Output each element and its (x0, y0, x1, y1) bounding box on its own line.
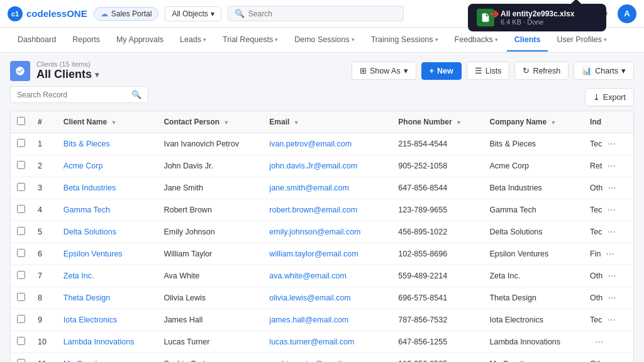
sort-icon: ▼ (456, 119, 462, 126)
row-actions-button[interactable]: ··· (592, 336, 606, 348)
row-client-name[interactable]: Theta Design (57, 287, 158, 309)
nav-item-my-approvals[interactable]: My Approvals (109, 29, 171, 52)
header-company-name[interactable]: Company Name ▼ (483, 111, 584, 133)
row-client-name[interactable]: Lambda Innovations (57, 331, 158, 353)
row-checkbox[interactable] (17, 359, 25, 362)
row-checkbox[interactable] (17, 139, 25, 147)
search-record-input[interactable] (17, 90, 128, 99)
row-company-name: Beta Industries (483, 177, 584, 199)
row-actions-button[interactable]: ··· (605, 270, 618, 282)
nav-item-training-sessions[interactable]: Training Sessions ▾ (364, 29, 446, 52)
row-client-name[interactable]: Acme Corp (57, 155, 158, 177)
lists-button[interactable]: ☰ Lists (467, 62, 510, 80)
nav-item-leads[interactable]: Leads ▾ (172, 29, 214, 52)
row-client-name[interactable]: Zeta Inc. (57, 265, 158, 287)
row-checkbox[interactable] (17, 271, 25, 279)
row-actions-button[interactable]: ··· (605, 138, 618, 150)
row-actions-button[interactable]: ··· (603, 248, 616, 260)
row-email[interactable]: ava.white@email.com (263, 265, 392, 287)
portal-badge[interactable]: ☁ Sales Portal (94, 7, 159, 21)
row-checkbox[interactable] (17, 205, 25, 213)
row-checkbox[interactable] (17, 293, 25, 301)
row-checkbox-cell[interactable] (11, 353, 31, 363)
header-phone-number[interactable]: Phone Number ▼ (392, 111, 483, 133)
nav-item-trial-requests[interactable]: Trial Requests ▾ (215, 29, 286, 52)
row-checkbox-cell[interactable] (11, 243, 31, 265)
row-email[interactable]: sophia.carter@email.com (263, 353, 392, 363)
nav-item-clients[interactable]: Clients (507, 29, 548, 52)
row-actions-button[interactable]: ··· (605, 226, 618, 238)
row-email[interactable]: emily.johnson@email.com (263, 221, 392, 243)
table-row: 11 Mu Creations Sophia Carter sophia.car… (11, 353, 633, 363)
row-phone: 647-856-1255 (392, 331, 483, 353)
row-checkbox-cell[interactable] (11, 309, 31, 331)
sort-icon: ▼ (111, 119, 117, 126)
row-email[interactable]: lucas.turner@email.com (263, 331, 392, 353)
row-checkbox-cell[interactable] (11, 265, 31, 287)
row-actions-button[interactable]: ··· (605, 292, 618, 304)
all-objects-button[interactable]: All Objects ▾ (165, 6, 221, 21)
header-client-name[interactable]: Client Name ▼ (57, 111, 158, 133)
header-email[interactable]: Email ▼ (263, 111, 392, 133)
new-button[interactable]: + New (421, 62, 462, 80)
row-client-name[interactable]: Delta Solutions (57, 221, 158, 243)
nav-item-dashboard[interactable]: Dashboard (10, 29, 64, 52)
row-checkbox-cell[interactable] (11, 155, 31, 177)
row-client-name[interactable]: Mu Creations (57, 353, 158, 363)
row-ind: Tec ··· (584, 133, 633, 155)
nav-item-reports[interactable]: Reports (65, 29, 108, 52)
show-as-button[interactable]: ⊞ Show As ▾ (352, 62, 416, 80)
table-row: 10 Lambda Innovations Lucas Turner lucas… (11, 331, 633, 353)
table-row: 3 Beta Industries Jane Smith jane.smith@… (11, 177, 633, 199)
row-email[interactable]: ivan.petrov@email.com (263, 133, 392, 155)
row-client-name[interactable]: Epsilon Ventures (57, 243, 158, 265)
row-actions-button[interactable]: ··· (605, 204, 618, 216)
row-email[interactable]: olivia.lewis@email.com (263, 287, 392, 309)
row-email[interactable]: william.taylor@email.com (263, 243, 392, 265)
nav-item-demo-sessions[interactable]: Demo Sessions ▾ (287, 29, 362, 52)
row-client-name[interactable]: Iota Electronics (57, 309, 158, 331)
row-email[interactable]: jane.smith@email.com (263, 177, 392, 199)
nav-label-training-sessions: Training Sessions (371, 35, 433, 44)
row-checkbox-cell[interactable] (11, 331, 31, 353)
row-checkbox[interactable] (17, 315, 25, 323)
search-record-bar[interactable]: 🔍 (10, 86, 148, 103)
row-checkbox-cell[interactable] (11, 221, 31, 243)
cloud-icon: ☁ (101, 9, 108, 18)
row-actions-button[interactable]: ··· (605, 314, 618, 326)
row-checkbox-cell[interactable] (11, 287, 31, 309)
global-search-input[interactable] (248, 9, 397, 18)
export-button[interactable]: ⤓ Export (585, 88, 634, 106)
row-email[interactable]: john.davis.Jr@email.com (263, 155, 392, 177)
file-info: All entity2e993c.xlsx 6.4 KB · Done (501, 9, 574, 26)
charts-button[interactable]: 📊 Charts ▾ (574, 62, 634, 80)
header-contact-person[interactable]: Contact Person ▼ (157, 111, 263, 133)
row-client-name[interactable]: Bits & Pieces (57, 133, 158, 155)
row-actions-button[interactable]: ··· (605, 182, 618, 194)
row-checkbox-cell[interactable] (11, 177, 31, 199)
nav-item-feedbacks[interactable]: Feedbacks ▾ (447, 29, 506, 52)
search-icon: 🔍 (235, 9, 245, 18)
row-email[interactable]: robert.brown@email.com (263, 199, 392, 221)
row-actions-button[interactable]: ··· (605, 160, 618, 172)
row-client-name[interactable]: Beta Industries (57, 177, 158, 199)
row-contact-person: John Davis Jr. (157, 155, 263, 177)
header-ind: Ind (584, 111, 633, 133)
user-avatar[interactable]: A (618, 4, 636, 23)
row-email[interactable]: james.hall@email.com (263, 309, 392, 331)
refresh-button[interactable]: ↻ Refresh (514, 62, 569, 80)
row-checkbox[interactable] (17, 161, 25, 169)
global-search[interactable]: 🔍 (228, 6, 404, 21)
row-checkbox[interactable] (17, 183, 25, 191)
row-checkbox[interactable] (17, 249, 25, 257)
row-actions-button[interactable]: ··· (605, 358, 618, 362)
select-all-checkbox[interactable] (17, 117, 25, 125)
row-checkbox-cell[interactable] (11, 133, 31, 155)
row-checkbox-cell[interactable] (11, 199, 31, 221)
page-title[interactable]: All Clients ▾ (36, 68, 99, 81)
row-checkbox[interactable] (17, 227, 25, 235)
table-row: 5 Delta Solutions Emily Johnson emily.jo… (11, 221, 633, 243)
nav-item-user-profiles[interactable]: User Profiles ▾ (549, 29, 614, 52)
row-checkbox[interactable] (17, 337, 25, 345)
row-client-name[interactable]: Gamma Tech (57, 199, 158, 221)
